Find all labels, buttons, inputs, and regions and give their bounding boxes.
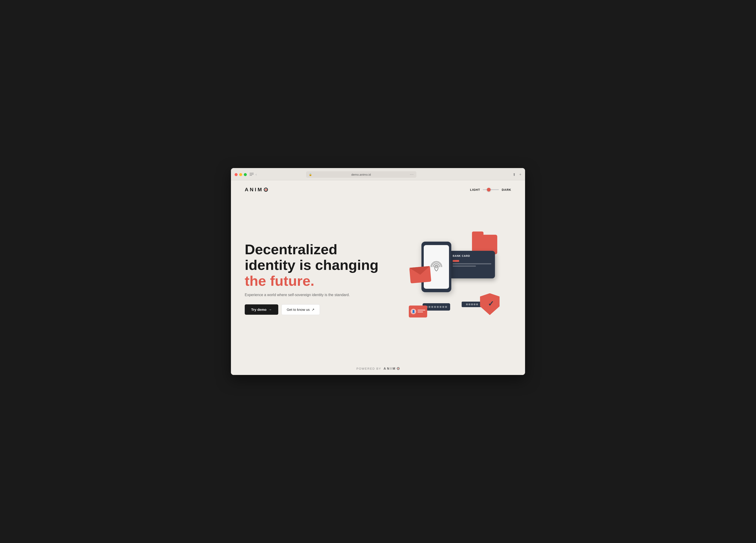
id-lines	[418, 310, 425, 313]
logo: ANIM	[245, 187, 268, 193]
card-line-1	[453, 263, 491, 264]
shield-body: ✓	[480, 293, 500, 315]
key-dot-s1	[466, 304, 468, 305]
key-dot-3	[431, 306, 433, 308]
key-dot-7	[442, 306, 444, 308]
share-icon[interactable]: ⬆	[513, 172, 516, 177]
hero-title-highlight: the future.	[245, 273, 314, 289]
footer-logo-dot-icon	[397, 367, 400, 370]
more-icon[interactable]: ···	[410, 172, 414, 176]
hero-section: Decentralized identity is changing the f…	[231, 199, 525, 362]
id-line-1	[418, 310, 425, 311]
url-bar[interactable]: 🔒 demo.animo.id ···	[306, 171, 416, 178]
back-button[interactable]: ‹	[256, 172, 257, 176]
footer: POWERED BY ANIM	[231, 362, 525, 375]
hero-buttons: Try demo → Get to know us ↗	[245, 305, 382, 315]
dark-label: DARK	[502, 188, 511, 191]
new-tab-icon[interactable]: +	[519, 172, 521, 177]
id-avatar-icon: 👤	[411, 309, 416, 314]
theme-toggle[interactable]: LIGHT DARK	[470, 188, 511, 191]
key-dot-s3	[471, 304, 473, 305]
footer-logo: ANIM	[384, 367, 400, 370]
page-content: ANIM LIGHT DARK Decentralized identity i…	[231, 180, 525, 375]
key-dot-8	[445, 306, 447, 308]
key-dot-2	[429, 306, 430, 308]
hero-title: Decentralized identity is changing the f…	[245, 241, 382, 289]
browser-chrome: ‹ 🔒 demo.animo.id ··· ⬆ +	[231, 168, 525, 180]
maximize-button[interactable]	[244, 173, 247, 176]
bank-card-illustration: BANK CARD	[449, 251, 495, 279]
nav-header: ANIM LIGHT DARK	[231, 180, 525, 199]
sidebar-icon[interactable]	[250, 173, 254, 176]
key-dot-4	[434, 306, 436, 308]
card-line-2	[453, 265, 476, 267]
url-text: demo.animo.id	[313, 173, 409, 176]
key-dot-5	[437, 306, 439, 308]
illus-container: BANK CARD	[403, 237, 500, 320]
hero-illustration: BANK CARD	[391, 235, 511, 322]
id-line-2	[418, 312, 423, 313]
get-to-know-us-button[interactable]: Get to know us ↗	[281, 305, 320, 315]
hero-title-line1: Decentralized	[245, 241, 337, 257]
hero-title-line2: identity is changing	[245, 257, 378, 273]
key-dot-s5	[476, 304, 478, 305]
bank-card-label: BANK CARD	[453, 254, 491, 257]
keypad-second-illustration	[462, 302, 482, 307]
shield-icon: ✓	[480, 293, 500, 315]
browser-window: ‹ 🔒 demo.animo.id ··· ⬆ + ANIM LIGHT DAR…	[231, 168, 525, 375]
close-button[interactable]	[235, 173, 238, 176]
id-card-illustration: 👤	[409, 306, 427, 318]
browser-controls: ‹	[250, 172, 257, 176]
get-to-know-us-label: Get to know us	[287, 308, 310, 312]
fingerprint-icon	[429, 260, 443, 274]
logo-dot-icon	[264, 187, 268, 192]
key-dot-s4	[474, 304, 475, 305]
key-dot-s2	[469, 304, 470, 305]
minimize-button[interactable]	[239, 173, 242, 176]
hero-subtitle: Experience a world where self-sovereign …	[245, 293, 382, 297]
footer-logo-text: ANIM	[384, 367, 396, 370]
browser-actions: ⬆ +	[513, 172, 521, 177]
light-label: LIGHT	[470, 188, 480, 191]
powered-by-text: POWERED BY	[356, 367, 381, 370]
key-dot-6	[440, 306, 441, 308]
toggle-track[interactable]	[483, 189, 499, 190]
svg-point-0	[435, 266, 437, 268]
card-chip	[453, 260, 459, 262]
external-link-icon: ↗	[312, 308, 315, 312]
lock-icon: 🔒	[309, 173, 312, 176]
try-demo-button[interactable]: Try demo →	[245, 305, 278, 315]
toggle-thumb	[487, 188, 491, 191]
arrow-icon: →	[268, 308, 272, 312]
envelope-icon	[409, 266, 431, 284]
traffic-lights	[235, 173, 247, 176]
shield-check-icon: ✓	[488, 299, 494, 308]
hero-text: Decentralized identity is changing the f…	[245, 241, 391, 315]
logo-text: ANIM	[245, 187, 263, 193]
try-demo-label: Try demo	[251, 308, 267, 312]
